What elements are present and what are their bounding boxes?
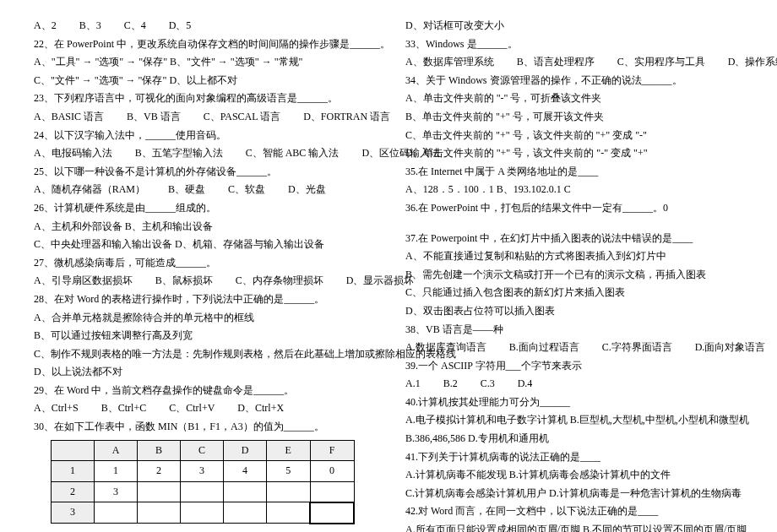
cell: 1 — [95, 461, 138, 482]
spreadsheet-table: A B C D E F 1 1 2 3 4 5 0 2 3 3 — [51, 440, 355, 524]
col-header: A — [95, 440, 138, 461]
q34-a: A、单击文件夹前的 "-" 号，可折叠该文件夹 — [405, 90, 743, 108]
q29: 29、在 Word 中，当前文档存盘操作的键盘命令是______。 — [34, 382, 372, 400]
q40-ab: A.电子模拟计算机和电子数字计算机 B.巨型机,大型机,中型机,小型机和微型机 — [405, 411, 743, 430]
opt: D、操作系统 — [728, 53, 777, 72]
q38: 38、VB 语言是——种 — [405, 321, 743, 339]
q30: 30、在如下工作表中，函数 MIN（B1，F1，A3）的值为______。 — [34, 418, 372, 437]
q35: 35.在 Internet 中属于 A 类网络地址的是____ — [405, 163, 743, 182]
q33: 33、Windows 是______。 — [405, 35, 743, 54]
cell — [95, 502, 138, 524]
q26: 26、计算机硬件系统是由______组成的。 — [34, 199, 372, 218]
opt: A、2 — [34, 17, 57, 35]
opt: B、Ctrl+C — [101, 399, 146, 418]
q28: 28、在对 Word 的表格进行操作时，下列说法中正确的是______。 — [34, 290, 372, 309]
q28-a: A、合并单元格就是擦除待合并的单元格中的框线 — [34, 309, 372, 328]
q22-opt-ab: A、"工具" → "选项" → "保存" B、"文件" → "选项" → "常规… — [34, 53, 372, 72]
opt: B、语言处理程序 — [517, 53, 595, 72]
opt: C、PASCAL 语言 — [204, 108, 280, 127]
opt: A.数据库查询语言 — [405, 339, 486, 357]
opt: C、4 — [124, 17, 146, 35]
col-header: C — [181, 440, 224, 461]
cell — [267, 502, 311, 524]
q40: 40.计算机按其处理能力可分为______ — [405, 394, 743, 412]
q39-options: A.1 B.2 C.3 D.4 — [405, 375, 743, 394]
q41-ab: A.计算机病毒不能发现 B.计算机病毒会感染计算机中的文件 — [405, 466, 743, 485]
col-header: D — [224, 440, 267, 461]
opt: D.4 — [518, 375, 533, 394]
opt: C.3 — [481, 375, 495, 394]
opt: A、0 — [34, 528, 57, 532]
opt: C、智能 ABC 输入法 — [246, 144, 340, 163]
opt: C、软盘 — [228, 181, 265, 199]
opt: D、光盘 — [288, 181, 326, 199]
cell — [181, 502, 224, 524]
q37-d: D、双击图表占位符可以插入图表 — [405, 302, 743, 321]
left-column: A、2 B、3 C、4 D、5 22、在 PowerPoint 中，更改系统自动… — [34, 17, 372, 532]
q22-opt-cd: C、"文件" → "选项" → "保存" D、以上都不对 — [34, 72, 372, 90]
q34: 34、关于 Windows 资源管理器的操作，不正确的说法______。 — [405, 72, 743, 90]
opt: B.面向过程语言 — [509, 339, 579, 357]
cell — [224, 481, 267, 502]
q28-c: C、制作不规则表格的唯一方法是：先制作规则表格，然后在此基础上增加或擦除相应的表… — [34, 345, 372, 364]
q34-b: B、单击文件夹前的 "+" 号，可展开该文件夹 — [405, 108, 743, 127]
q23: 23、下列程序语言中，可视化的面向对象编程的高级语言是______。 — [34, 90, 372, 108]
opt: C.字符界面语言 — [602, 339, 672, 357]
q26-ab: A、主机和外部设备 B、主机和输出设备 — [34, 218, 372, 236]
opt: B、五笔字型输入法 — [135, 144, 223, 163]
q21-options: A、2 B、3 C、4 D、5 — [34, 17, 372, 35]
q41-cd: C.计算机病毒会感染计算机用户 D.计算机病毒是一种危害计算机的生物病毒 — [405, 485, 743, 503]
opt: A、电报码输入法 — [34, 144, 112, 163]
opt: A、BASIC 语言 — [34, 108, 104, 127]
cell — [224, 502, 267, 524]
q23-options: A、BASIC 语言 B、VB 语言 C、PASCAL 语言 D、FORTRAN… — [34, 108, 372, 127]
opt: D、5 — [169, 17, 192, 35]
q41: 41.下列关于计算机病毒的说法正确的是____ — [405, 448, 743, 467]
opt: A.1 — [405, 375, 421, 394]
opt: D、Ctrl+X — [237, 399, 284, 418]
opt: C、实用程序与工具 — [617, 53, 705, 72]
opt: C、2 — [124, 528, 146, 532]
opt: B、VB 语言 — [127, 108, 181, 127]
q35-a: A、128．5．100．1 B、193.102.0.1 C — [405, 181, 743, 199]
spacer — [405, 218, 743, 230]
opt: A、引导扇区数据损坏 — [34, 272, 133, 290]
row-header: 1 — [52, 461, 95, 482]
opt: D、显示器损坏 — [346, 272, 415, 290]
cell: 3 — [181, 461, 224, 482]
opt: C、Ctrl+V — [169, 399, 215, 418]
cell — [267, 481, 311, 502]
q25: 25、以下哪一种设备不是计算机的外存储设备______。 — [34, 163, 372, 182]
opt: B、1 — [79, 528, 101, 532]
q42: 42.对 Word 而言，在同一文档中，以下说法正确的是____ — [405, 502, 743, 521]
corner-cell — [52, 440, 95, 461]
q39: 39.一个 ASCIIP 字符用___个字节来表示 — [405, 357, 743, 376]
opt: A、Ctrl+S — [34, 399, 79, 418]
q37: 37.在 Powerpoint 中，在幻灯片中插入图表的说法中错误的是____ — [405, 230, 743, 248]
q42-ab: A.所有页面只能设置成相同的页眉/页脚 B.不同的节可以设置不同的页眉/页脚 — [405, 521, 743, 532]
col-header: E — [267, 440, 311, 461]
q27: 27、微机感染病毒后，可能造成______。 — [34, 254, 372, 273]
q32-d: D、对话框可改变大小 — [405, 17, 743, 35]
q30-options: A、0 B、1 C、2 D、3 — [34, 528, 372, 532]
opt: B、硬盘 — [168, 181, 205, 199]
q28-b: B、可以通过按钮来调整行高及列宽 — [34, 327, 372, 345]
q33-options: A、数据库管理系统 B、语言处理程序 C、实用程序与工具 D、操作系统 — [405, 53, 743, 72]
opt: D、FORTRAN 语言 — [303, 108, 390, 127]
opt: B、3 — [79, 17, 101, 35]
q38-options: A.数据库查询语言 B.面向过程语言 C.字符界面语言 D.面向对象语言 — [405, 339, 743, 357]
q26-cd: C、中央处理器和输入输出设备 D、机箱、存储器与输入输出设备 — [34, 236, 372, 254]
selected-cell — [310, 502, 354, 524]
opt: A、数据库管理系统 — [405, 53, 494, 72]
row-header: 2 — [52, 481, 95, 502]
cell — [181, 481, 224, 502]
q29-options: A、Ctrl+S B、Ctrl+C C、Ctrl+V D、Ctrl+X — [34, 399, 372, 418]
cell: 2 — [138, 461, 181, 482]
opt: C、内存条物理损坏 — [236, 272, 323, 290]
q36: 36.在 PowerPoint 中，打包后的结果文件中一定有______。0 — [405, 199, 743, 218]
col-header: F — [310, 440, 354, 461]
q40-cd: B.386,486,586 D.专用机和通用机 — [405, 430, 743, 448]
cell — [138, 481, 181, 502]
q34-d: D、单击文件夹前的 "+" 号，该文件夹前的 "-" 变成 "+" — [405, 144, 743, 163]
q24-options: A、电报码输入法 B、五笔字型输入法 C、智能 ABC 输入法 D、区位码输入法 — [34, 144, 372, 163]
